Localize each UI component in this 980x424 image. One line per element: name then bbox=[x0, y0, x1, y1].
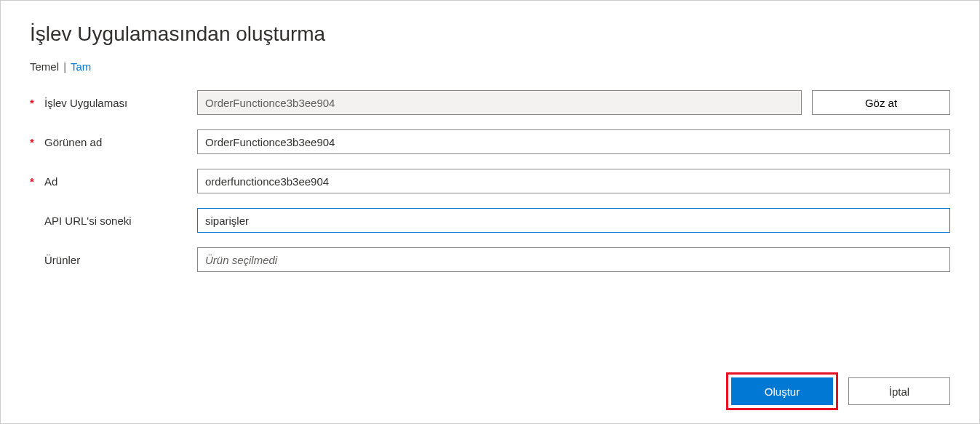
required-marker: * bbox=[30, 97, 37, 109]
function-app-input[interactable] bbox=[197, 90, 802, 115]
create-button[interactable]: Oluştur bbox=[731, 377, 833, 405]
display-name-input[interactable] bbox=[197, 129, 950, 154]
browse-button[interactable]: Göz at bbox=[812, 90, 950, 115]
label-api-suffix: API URL'si soneki bbox=[44, 215, 132, 227]
footer-actions: Oluştur İptal bbox=[726, 372, 950, 410]
required-marker: * bbox=[30, 136, 37, 148]
cancel-button[interactable]: İptal bbox=[848, 377, 950, 405]
products-input[interactable] bbox=[197, 247, 950, 272]
page-title: İşlev Uygulamasından oluşturma bbox=[30, 23, 950, 46]
row-api-suffix: API URL'si soneki bbox=[30, 208, 950, 233]
required-marker: * bbox=[30, 175, 37, 188]
tab-separator: | bbox=[63, 60, 66, 73]
label-function-app: İşlev Uygulaması bbox=[44, 97, 127, 109]
row-products: Ürünler bbox=[30, 247, 950, 272]
row-function-app: * İşlev Uygulaması Göz at bbox=[30, 90, 950, 115]
highlight-box: Oluştur bbox=[726, 372, 838, 410]
label-products: Ürünler bbox=[44, 254, 80, 266]
api-suffix-input[interactable] bbox=[197, 208, 950, 233]
tab-full[interactable]: Tam bbox=[71, 60, 91, 73]
label-display-name: Görünen ad bbox=[44, 136, 102, 148]
name-input[interactable] bbox=[197, 169, 950, 193]
row-display-name: * Görünen ad bbox=[30, 129, 950, 154]
row-name: * Ad bbox=[30, 169, 950, 193]
tabs: Temel | Tam bbox=[30, 60, 950, 73]
label-name: Ad bbox=[44, 175, 57, 188]
tab-basic[interactable]: Temel bbox=[30, 60, 59, 73]
